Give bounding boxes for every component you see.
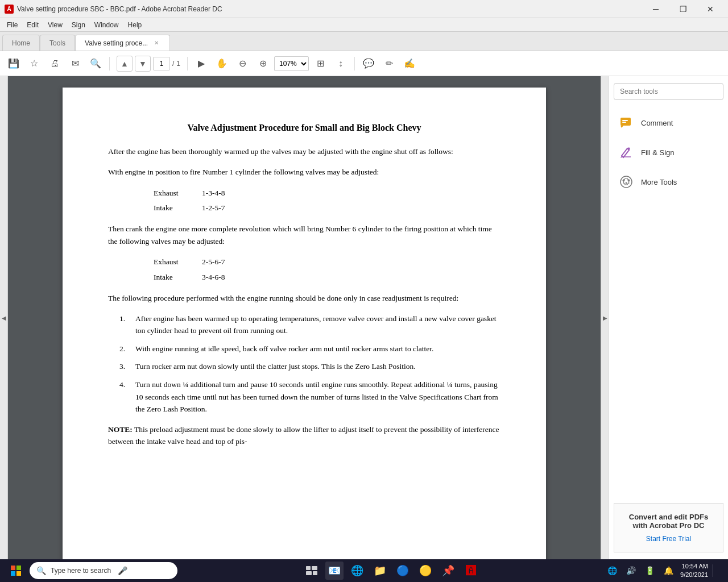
trial-link[interactable]: Start Free Trial <box>646 535 691 543</box>
pin6-taskbar[interactable]: 📌 <box>439 562 457 580</box>
pencil-button[interactable]: ✏ <box>380 55 398 73</box>
taskbar-right: 🌐 🔊 🔋 🔔 10:54 AM 9/20/2021 <box>605 562 723 580</box>
convert-box: Convert and edit PDFswith Acrobat Pro DC… <box>614 503 723 552</box>
pdf-title: Valve Adjustment Procedure for Small and… <box>108 122 500 134</box>
explorer-taskbar[interactable]: 📁 <box>371 562 389 580</box>
menu-window[interactable]: Window <box>90 20 123 30</box>
battery-icon[interactable]: 🔋 <box>643 564 657 577</box>
more-tools-label: More Tools <box>641 178 677 186</box>
menu-file[interactable]: File <box>2 20 22 30</box>
chrome-taskbar[interactable]: 🟡 <box>416 562 435 580</box>
tab-document[interactable]: Valve setting proce... ✕ <box>75 35 170 51</box>
page-number-input[interactable] <box>153 57 170 70</box>
list-num-2: 2. <box>119 343 131 355</box>
pdf-para-2: With engine in position to fire Number 1… <box>108 166 500 178</box>
right-panel-toggle[interactable]: ▶ <box>601 76 609 559</box>
network-icon[interactable]: 🌐 <box>605 564 619 577</box>
pdf-group-2: Exhaust 2-5-6-7 Intake 3-4-6-8 <box>154 255 500 284</box>
tab-close-button[interactable]: ✕ <box>152 39 160 47</box>
svg-rect-1 <box>622 120 628 121</box>
minimize-button[interactable]: ─ <box>643 0 669 18</box>
comment-toolbar-button[interactable]: 💬 <box>359 55 378 73</box>
taskbar-search-placeholder: Type here to search <box>51 567 111 575</box>
bookmark-button[interactable]: ☆ <box>25 55 43 73</box>
page-separator: / <box>172 60 174 68</box>
tab-home-label: Home <box>12 39 30 47</box>
prev-page-button[interactable]: ▲ <box>117 56 133 72</box>
svg-point-6 <box>626 182 627 184</box>
outlook-taskbar[interactable]: 📧 <box>325 562 344 580</box>
rotate-button[interactable]: ↕ <box>332 55 350 73</box>
menu-help[interactable]: Help <box>123 20 147 30</box>
comment-tool[interactable]: Comment <box>614 109 723 136</box>
zoom-in-button[interactable]: ⊕ <box>254 55 272 73</box>
exhaust-row-2: Exhaust 2-5-6-7 <box>154 255 500 269</box>
pin7-taskbar[interactable]: 🅰 <box>462 562 480 580</box>
zoom-select[interactable]: 107% 100% 75% 50% 125% 150% <box>274 56 309 71</box>
pdf-viewer[interactable]: Valve Adjustment Procedure for Small and… <box>8 76 601 559</box>
intake-row-1: Intake 1-2-5-7 <box>154 201 500 215</box>
taskview-button[interactable] <box>303 562 321 580</box>
taskbar-time-display: 10:54 AM <box>680 562 708 571</box>
list-num-4: 4. <box>119 379 131 415</box>
menu-view[interactable]: View <box>43 20 67 30</box>
more-tools-icon <box>618 174 634 190</box>
notification-icon[interactable]: 🔔 <box>661 564 676 577</box>
svg-rect-14 <box>306 571 312 575</box>
list-text-4: Turn nut down ¼ additional turn and paus… <box>135 379 500 415</box>
signature-button[interactable]: ✍ <box>400 55 419 73</box>
exhaust-row-1: Exhaust 1-3-4-8 <box>154 186 500 200</box>
left-panel-toggle[interactable]: ◀ <box>0 76 8 559</box>
volume-icon[interactable]: 🔊 <box>624 564 638 577</box>
pdf-para-4: The following procedure performed with t… <box>108 292 500 305</box>
pdf-para-1: After the engine has been thoroughly war… <box>108 146 500 158</box>
start-button[interactable] <box>5 559 27 582</box>
pdf-list: 1. After engine has been warmed up to op… <box>119 313 500 415</box>
cursor-tool-button[interactable]: ▶ <box>192 55 210 73</box>
more-tools-tool[interactable]: More Tools <box>614 168 723 196</box>
menu-bar: File Edit View Sign Window Help <box>0 18 728 32</box>
taskbar-clock[interactable]: 10:54 AM 9/20/2021 <box>680 562 708 580</box>
print-button[interactable]: 🖨 <box>46 55 64 73</box>
app-icon: A <box>5 5 14 14</box>
maximize-button[interactable]: ❐ <box>670 0 696 18</box>
svg-rect-13 <box>312 566 317 570</box>
pdf-para-3: Then crank the engine one more complete … <box>108 223 500 247</box>
tab-home[interactable]: Home <box>2 35 40 51</box>
save-button[interactable]: 💾 <box>5 55 23 73</box>
svg-rect-8 <box>11 566 15 570</box>
search-button[interactable]: 🔍 <box>86 55 105 73</box>
edge-taskbar[interactable]: 🌐 <box>348 562 366 580</box>
taskbar-search-icon: 🔍 <box>36 566 46 575</box>
note-label: NOTE: <box>108 425 133 434</box>
zoom-out-button[interactable]: ⊖ <box>233 55 251 73</box>
hand-tool-button[interactable]: ✋ <box>213 55 231 73</box>
fill-sign-icon <box>618 144 634 160</box>
comment-label: Comment <box>641 119 673 127</box>
fill-sign-tool[interactable]: Fill & Sign <box>614 139 723 166</box>
page-total: 1 <box>176 60 180 68</box>
tab-tools[interactable]: Tools <box>40 35 75 51</box>
ie-taskbar[interactable]: 🔵 <box>394 562 412 580</box>
next-page-button[interactable]: ▼ <box>135 56 151 72</box>
window-title: Valve setting procedure SBC - BBC.pdf - … <box>17 5 643 13</box>
menu-edit[interactable]: Edit <box>22 20 43 30</box>
email-button[interactable]: ✉ <box>66 55 84 73</box>
title-bar: A Valve setting procedure SBC - BBC.pdf … <box>0 0 728 18</box>
close-button[interactable]: ✕ <box>697 0 723 18</box>
taskbar-search[interactable]: 🔍 Type here to search 🎤 <box>30 562 177 579</box>
list-item-4: 4. Turn nut down ¼ additional turn and p… <box>119 379 500 415</box>
menu-sign[interactable]: Sign <box>67 20 90 30</box>
tab-document-label: Valve setting proce... <box>85 39 148 47</box>
intake-label-2: Intake <box>154 271 191 284</box>
fit-page-button[interactable]: ⊞ <box>311 55 329 73</box>
list-item-2: 2. With engine running at idle speed, ba… <box>119 343 500 355</box>
intake-values-2: 3-4-6-8 <box>202 271 225 284</box>
search-tools-input[interactable] <box>614 83 723 100</box>
tab-bar: Home Tools Valve setting proce... ✕ <box>0 32 728 51</box>
list-num-1: 1. <box>119 313 131 337</box>
comment-icon <box>618 115 634 131</box>
show-desktop-button[interactable] <box>713 564 723 577</box>
svg-rect-12 <box>306 566 311 570</box>
svg-rect-9 <box>16 566 21 570</box>
